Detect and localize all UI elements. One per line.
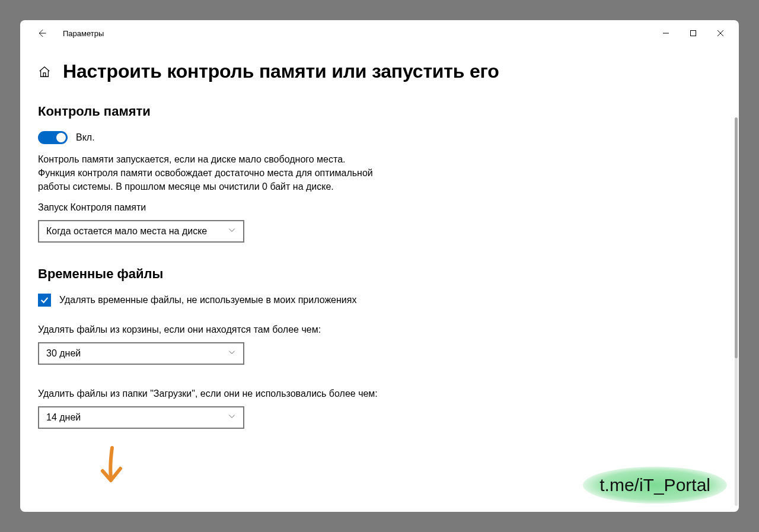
titlebar: Параметры xyxy=(20,20,739,46)
downloads-block: Удалить файлы из папки "Загрузки", если … xyxy=(38,388,721,429)
temp-files-heading: Временные файлы xyxy=(38,266,721,282)
page-title: Настроить контроль памяти или запустить … xyxy=(63,60,499,82)
close-button[interactable] xyxy=(707,24,734,43)
dropdown-value: 30 дней xyxy=(46,348,81,359)
scrollbar-thumb[interactable] xyxy=(735,117,738,358)
window-title: Параметры xyxy=(63,29,652,38)
window-controls xyxy=(652,24,734,43)
delete-temp-checkbox-row: Удалять временные файлы, не используемые… xyxy=(38,294,721,307)
storage-sense-description: Контроль памяти запускается, если на дис… xyxy=(38,152,382,194)
recycle-bin-block: Удалять файлы из корзины, если они наход… xyxy=(38,324,721,365)
storage-sense-toggle[interactable] xyxy=(38,131,68,144)
downloads-dropdown[interactable]: 14 дней xyxy=(38,406,244,429)
toggle-knob xyxy=(56,133,66,142)
page-header: Настроить контроль памяти или запустить … xyxy=(38,60,721,82)
chevron-down-icon xyxy=(228,412,236,423)
maximize-button[interactable] xyxy=(680,24,707,43)
delete-temp-checkbox-label: Удалять временные файлы, не используемые… xyxy=(59,295,356,305)
scrollbar[interactable] xyxy=(735,117,738,506)
toggle-state-label: Вкл. xyxy=(76,132,95,143)
dropdown-value: 14 дней xyxy=(46,412,81,423)
recycle-bin-dropdown[interactable]: 30 дней xyxy=(38,342,244,365)
settings-window: Параметры Настроить контроль памяти и xyxy=(20,20,739,512)
storage-sense-heading: Контроль памяти xyxy=(38,104,721,119)
run-storage-sense-label: Запуск Контроля памяти xyxy=(38,202,721,213)
back-button[interactable] xyxy=(34,26,49,40)
storage-sense-toggle-row: Вкл. xyxy=(38,131,721,144)
temp-files-section: Временные файлы Удалять временные файлы,… xyxy=(38,266,721,429)
dropdown-value: Когда остается мало места на диске xyxy=(46,226,207,237)
run-storage-sense-dropdown[interactable]: Когда остается мало места на диске xyxy=(38,220,244,243)
chevron-down-icon xyxy=(228,348,236,359)
watermark: t.me/iT_Portal xyxy=(583,467,727,504)
svg-rect-1 xyxy=(691,31,696,36)
home-icon[interactable] xyxy=(38,65,51,78)
content-area: Настроить контроль памяти или запустить … xyxy=(20,46,739,512)
downloads-label: Удалить файлы из папки "Загрузки", если … xyxy=(38,388,721,399)
chevron-down-icon xyxy=(228,226,236,237)
arrow-annotation xyxy=(94,445,130,489)
delete-temp-checkbox[interactable] xyxy=(38,294,51,307)
recycle-bin-label: Удалять файлы из корзины, если они наход… xyxy=(38,324,721,335)
minimize-button[interactable] xyxy=(652,24,680,43)
